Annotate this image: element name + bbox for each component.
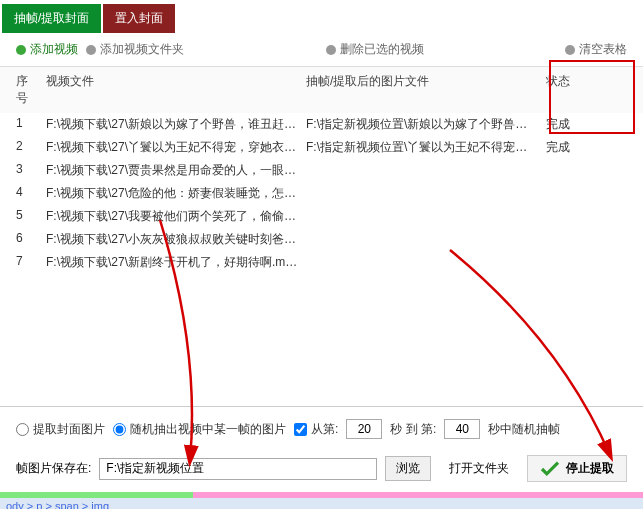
plus-icon bbox=[86, 45, 96, 55]
col-source: 视频文件 bbox=[42, 71, 302, 109]
radio-cover[interactable]: 提取封面图片 bbox=[16, 421, 105, 438]
delete-selected-button[interactable]: 删除已选的视频 bbox=[326, 41, 424, 58]
to-input[interactable] bbox=[444, 419, 480, 439]
options-row: 提取封面图片 随机抽出视频中某一帧的图片 从第: 秒 到 第: 秒中随机抽帧 bbox=[0, 407, 643, 451]
tab-insert[interactable]: 置入封面 bbox=[103, 4, 175, 33]
add-folder-button[interactable]: 添加视频文件夹 bbox=[86, 41, 184, 58]
tab-extract[interactable]: 抽帧/提取封面 bbox=[2, 4, 101, 33]
from-input[interactable] bbox=[346, 419, 382, 439]
add-video-button[interactable]: 添加视频 bbox=[16, 41, 78, 58]
browse-button[interactable]: 浏览 bbox=[385, 456, 431, 481]
save-label: 帧图片保存在: bbox=[16, 460, 91, 477]
check-from[interactable]: 从第: bbox=[294, 421, 338, 438]
table-row[interactable]: 7F:\视频下载\27\新剧终于开机了，好期待啊.mp4 bbox=[12, 251, 631, 274]
col-output: 抽帧/提取后的图片文件 bbox=[302, 71, 542, 109]
minus-icon bbox=[326, 45, 336, 55]
table-row[interactable]: 3F:\视频下载\27\贾贵果然是用命爱的人，一眼就能认出是… bbox=[12, 159, 631, 182]
clear-icon bbox=[565, 45, 575, 55]
radio-random[interactable]: 随机抽出视频中某一帧的图片 bbox=[113, 421, 286, 438]
plus-icon bbox=[16, 45, 26, 55]
save-row: 帧图片保存在: 浏览 打开文件夹 停止提取 bbox=[0, 451, 643, 492]
table-row[interactable]: 4F:\视频下载\27\危险的他：娇妻假装睡觉，怎料总裁太小… bbox=[12, 182, 631, 205]
to-label: 秒 到 第: bbox=[390, 421, 436, 438]
video-table: 序号 视频文件 抽帧/提取后的图片文件 状态 1F:\视频下载\27\新娘以为嫁… bbox=[0, 67, 643, 407]
table-row[interactable]: 2F:\视频下载\27\丫鬟以为王妃不得宠，穿她衣服想上位，…F:\指定新视频位… bbox=[12, 136, 631, 159]
toolbar: 添加视频 添加视频文件夹 删除已选的视频 清空表格 bbox=[0, 33, 643, 67]
table-row[interactable]: 1F:\视频下载\27\新娘以为嫁了个野兽，谁丑赶他出去，…F:\指定新视频位置… bbox=[12, 113, 631, 136]
open-folder-button[interactable]: 打开文件夹 bbox=[439, 457, 519, 480]
table-row[interactable]: 6F:\视频下载\27\小灰灰被狼叔叔败关键时刻爸爸妈妈来了… bbox=[12, 228, 631, 251]
stop-extract-button[interactable]: 停止提取 bbox=[527, 455, 627, 482]
save-path-input[interactable] bbox=[99, 458, 377, 480]
table-row[interactable]: 5F:\视频下载\27\我要被他们两个笑死了，偷偷地说，狼狠… bbox=[12, 205, 631, 228]
col-status: 状态 bbox=[542, 71, 592, 109]
checkmark-icon bbox=[540, 461, 560, 477]
breadcrumb: ody > p > span > img bbox=[0, 498, 643, 509]
clear-table-button[interactable]: 清空表格 bbox=[565, 41, 627, 58]
suffix-label: 秒中随机抽帧 bbox=[488, 421, 560, 438]
col-index: 序号 bbox=[12, 71, 42, 109]
